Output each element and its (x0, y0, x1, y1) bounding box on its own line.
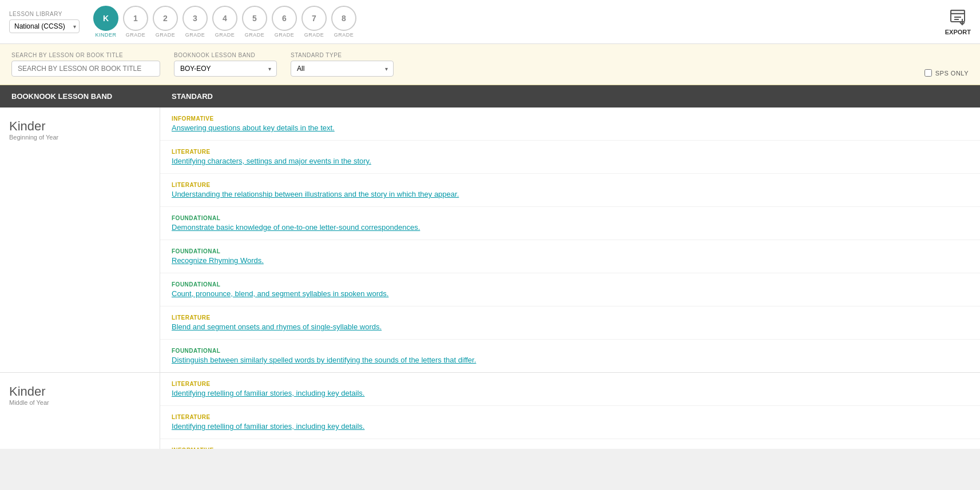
export-icon (949, 8, 967, 26)
standard-type-badge: LITERATURE (172, 414, 969, 420)
standard-item: LITERATURE Identifying retelling of fami… (160, 406, 980, 439)
standard-type-label: STANDARD TYPE (291, 52, 394, 58)
grade-btn-2[interactable]: 2 GRADE (153, 6, 178, 38)
grade-circle-6: 6 (272, 6, 297, 31)
standard-link[interactable]: Recognize Rhyming Words. (172, 256, 264, 265)
column-band: BOOKNOOK LESSON BAND (11, 92, 172, 101)
grade-circle-5: 5 (242, 6, 267, 31)
grade-btn-5[interactable]: 5 GRADE (242, 6, 267, 38)
standard-item: FOUNDATIONAL Demonstrate basic knowledge… (160, 207, 980, 240)
standard-type-badge: FOUNDATIONAL (172, 281, 969, 288)
library-select-wrapper: National (CCSS) (9, 19, 80, 33)
grade-btn-7[interactable]: 7 GRADE (301, 6, 327, 38)
sps-checkbox[interactable] (925, 69, 932, 77)
standard-item: FOUNDATIONAL Count, pronounce, blend, an… (160, 273, 980, 306)
standard-type-badge: LITERATURE (172, 381, 969, 387)
standard-item: INFORMATIVE Answering questions about ke… (160, 107, 980, 141)
standard-link[interactable]: Distinguish between similarly spelled wo… (172, 356, 476, 364)
band-title: Kinder (9, 384, 150, 399)
filter-bar: SEARCH BY LESSON OR BOOK TITLE BOOKNOOK … (0, 44, 980, 85)
search-group: SEARCH BY LESSON OR BOOK TITLE (11, 52, 160, 77)
export-label: EXPORT (945, 29, 971, 35)
grade-btn-3[interactable]: 3 GRADE (182, 6, 208, 38)
band-title: Kinder (9, 119, 150, 134)
lesson-library-label: LESSON LIBRARY (9, 11, 80, 17)
lesson-band-group: BOOKNOOK LESSON BAND BOY-EOY (174, 52, 277, 77)
standard-type-badge: LITERATURE (172, 149, 969, 155)
grade-btn-4[interactable]: 4 GRADE (212, 6, 237, 38)
grade-circle-8: 8 (331, 6, 356, 31)
standard-item: FOUNDATIONAL Distinguish between similar… (160, 340, 980, 372)
standard-link[interactable]: Blend and segment onsets and rhymes of s… (172, 322, 382, 331)
lesson-band-label: BOOKNOOK LESSON BAND (174, 52, 277, 58)
search-label: SEARCH BY LESSON OR BOOK TITLE (11, 52, 160, 58)
grade-label-4: GRADE (215, 32, 235, 38)
standard-item: LITERATURE Identifying characters, setti… (160, 141, 980, 174)
grade-btn-6[interactable]: 6 GRADE (272, 6, 297, 38)
standard-link[interactable]: Answering questions about key details in… (172, 124, 335, 132)
standards-cell-1: LITERATURE Identifying retelling of fami… (160, 373, 980, 449)
standard-type-badge: FOUNDATIONAL (172, 248, 969, 254)
standard-link[interactable]: Identifying characters, settings and maj… (172, 157, 371, 165)
grade-label-2: GRADE (156, 32, 176, 38)
standard-type-badge: LITERATURE (172, 182, 969, 188)
sps-label[interactable]: SPS ONLY (935, 70, 969, 77)
lesson-band-select-wrapper: BOY-EOY (174, 61, 277, 77)
grade-btn-1[interactable]: 1 GRADE (123, 6, 148, 38)
grade-circle-K: K (93, 6, 118, 31)
standard-type-badge: INFORMATIVE (172, 447, 969, 449)
top-nav: LESSON LIBRARY National (CCSS) K KINDER … (0, 0, 980, 44)
svg-rect-1 (951, 10, 965, 14)
standards-cell-0: INFORMATIVE Answering questions about ke… (160, 107, 980, 372)
table-row: Kinder Middle of Year LITERATURE Identif… (0, 373, 980, 449)
grade-buttons: K KINDER 1 GRADE 2 GRADE 3 GRADE 4 GRADE… (93, 6, 356, 38)
grade-label-5: GRADE (245, 32, 265, 38)
standard-type-badge: FOUNDATIONAL (172, 215, 969, 221)
export-button[interactable]: EXPORT (945, 8, 971, 35)
standard-item: FOUNDATIONAL Recognize Rhyming Words. (160, 240, 980, 273)
band-subtitle: Beginning of Year (9, 134, 150, 141)
standard-item: LITERATURE Identifying retelling of fami… (160, 373, 980, 406)
band-cell-1: Kinder Middle of Year (0, 373, 160, 449)
lesson-band-select[interactable]: BOY-EOY (174, 61, 277, 77)
grade-circle-4: 4 (212, 6, 237, 31)
table-header: BOOKNOOK LESSON BAND STANDARD (0, 85, 980, 107)
grade-circle-7: 7 (301, 6, 327, 31)
band-subtitle: Middle of Year (9, 399, 150, 406)
grade-circle-2: 2 (153, 6, 178, 31)
standard-type-select-wrapper: All (291, 61, 394, 77)
standard-type-badge: LITERATURE (172, 314, 969, 321)
grade-label-K: KINDER (95, 32, 116, 38)
standard-type-badge: INFORMATIVE (172, 115, 969, 122)
standard-item: LITERATURE Blend and segment onsets and … (160, 306, 980, 340)
grade-circle-3: 3 (182, 6, 208, 31)
grade-btn-K[interactable]: K KINDER (93, 6, 118, 38)
search-input[interactable] (11, 61, 160, 77)
standard-type-group: STANDARD TYPE All (291, 52, 394, 77)
grade-label-3: GRADE (185, 32, 205, 38)
standard-link[interactable]: Understanding the relationship between i… (172, 190, 459, 198)
standard-type-select[interactable]: All (291, 61, 394, 77)
standard-type-badge: FOUNDATIONAL (172, 348, 969, 354)
grade-label-1: GRADE (126, 32, 146, 38)
grade-label-6: GRADE (275, 32, 295, 38)
table-body: Kinder Beginning of Year INFORMATIVE Ans… (0, 107, 980, 449)
library-select[interactable]: National (CCSS) (9, 19, 80, 33)
grade-circle-1: 1 (123, 6, 148, 31)
standard-link[interactable]: Identifying retelling of familiar storie… (172, 422, 364, 431)
library-section: LESSON LIBRARY National (CCSS) (9, 11, 80, 33)
standard-link[interactable]: Identifying retelling of familiar storie… (172, 389, 364, 397)
standard-link[interactable]: Count, pronounce, blend, and segment syl… (172, 289, 388, 298)
table-row: Kinder Beginning of Year INFORMATIVE Ans… (0, 107, 980, 373)
standard-item: LITERATURE Understanding the relationshi… (160, 174, 980, 207)
standard-item: INFORMATIVE (160, 439, 980, 449)
grade-btn-8[interactable]: 8 GRADE (331, 6, 356, 38)
band-cell-0: Kinder Beginning of Year (0, 107, 160, 372)
column-standard: STANDARD (172, 92, 213, 101)
standard-link[interactable]: Demonstrate basic knowledge of one-to-on… (172, 223, 420, 232)
grade-label-8: GRADE (334, 32, 354, 38)
sps-group: SPS ONLY (925, 69, 969, 77)
grade-label-7: GRADE (304, 32, 324, 38)
